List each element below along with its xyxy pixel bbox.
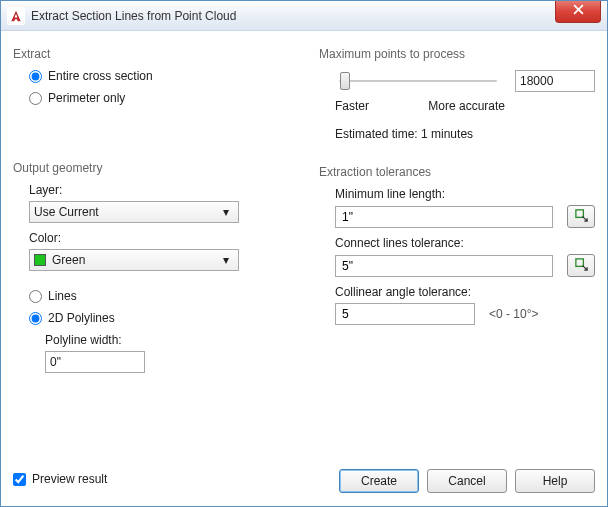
radio-poly2d-input[interactable] [29,312,42,325]
polyline-width-input[interactable] [45,351,145,373]
radio-lines-label: Lines [48,289,77,303]
layer-label: Layer: [29,183,289,197]
extract-group-label: Extract [13,47,289,61]
dialog-body: Extract Entire cross section Perimeter o… [1,31,607,385]
svg-rect-1 [575,258,583,266]
layer-select[interactable]: Use Current ▾ [29,201,239,223]
radio-lines[interactable]: Lines [29,289,289,303]
radio-poly2d-label: 2D Polylines [48,311,115,325]
chevron-down-icon: ▾ [218,205,234,219]
radio-perimeter-input[interactable] [29,92,42,105]
create-button[interactable]: Create [339,469,419,493]
minlen-label: Minimum line length: [335,187,595,201]
cancel-button[interactable]: Cancel [427,469,507,493]
radio-2d-polylines[interactable]: 2D Polylines [29,311,289,325]
color-value: Green [52,253,85,267]
connect-pick-button[interactable] [567,254,595,277]
dialog-window: Extract Section Lines from Point Cloud E… [0,0,608,507]
radio-lines-input[interactable] [29,290,42,303]
layer-value: Use Current [34,205,99,219]
tolerances-group-label: Extraction tolerances [319,165,595,179]
radio-entire-cross-section[interactable]: Entire cross section [29,69,289,83]
minlen-pick-button[interactable] [567,205,595,228]
connect-input[interactable] [335,255,553,277]
connect-label: Connect lines tolerance: [335,236,595,250]
minlen-input[interactable] [335,206,553,228]
collinear-input[interactable] [335,303,475,325]
close-icon [573,4,584,18]
color-swatch [34,254,46,266]
color-select[interactable]: Green ▾ [29,249,239,271]
radio-entire-label: Entire cross section [48,69,153,83]
slider-thumb[interactable] [340,72,350,90]
output-group-label: Output geometry [13,161,289,175]
chevron-down-icon: ▾ [218,253,234,267]
radio-perimeter-label: Perimeter only [48,91,125,105]
radio-perimeter-only[interactable]: Perimeter only [29,91,289,105]
pick-icon [574,208,589,226]
maxpoints-input[interactable] [515,70,595,92]
maxpoints-slider[interactable] [335,69,501,93]
titlebar: Extract Section Lines from Point Cloud [1,1,607,31]
radio-entire-input[interactable] [29,70,42,83]
close-button[interactable] [555,1,601,23]
maxpoints-group-label: Maximum points to process [319,47,595,61]
color-label: Color: [29,231,289,245]
slider-faster-label: Faster [335,99,369,113]
window-title: Extract Section Lines from Point Cloud [31,9,236,23]
collinear-hint: <0 - 10°> [489,307,549,321]
slider-accurate-label: More accurate [428,99,505,113]
svg-rect-0 [575,209,583,217]
right-column: Maximum points to process Faster More ac… [319,41,595,373]
preview-label: Preview result [32,472,107,486]
help-button[interactable]: Help [515,469,595,493]
estimated-time: Estimated time: 1 minutes [335,127,595,141]
pick-icon [574,257,589,275]
left-column: Extract Entire cross section Perimeter o… [13,41,289,373]
preview-checkbox-input[interactable] [13,473,26,486]
footer: Preview result Create Cancel Help [13,468,595,494]
preview-result-checkbox[interactable]: Preview result [13,472,107,486]
polyline-width-label: Polyline width: [45,333,289,347]
collinear-label: Collinear angle tolerance: [335,285,595,299]
app-icon [7,7,25,25]
